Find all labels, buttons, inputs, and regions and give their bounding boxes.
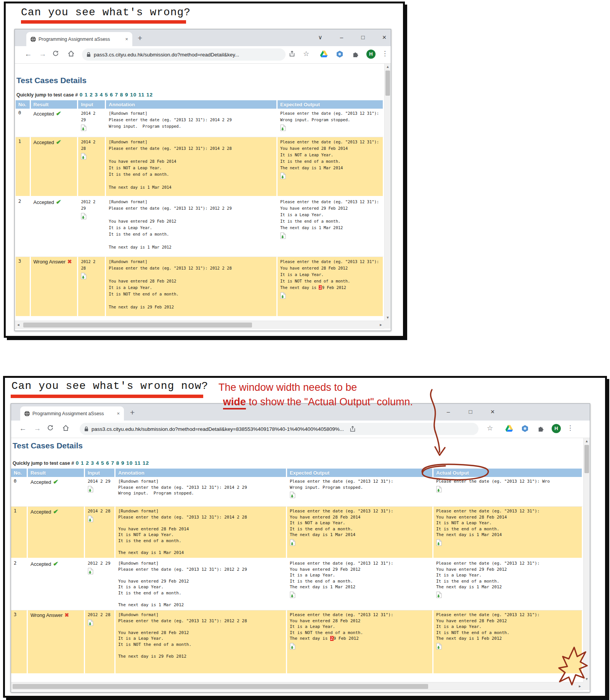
download-file-icon[interactable] xyxy=(88,515,93,522)
actual-cell: Please enter the date (eg. "2013 12 31")… xyxy=(433,507,583,559)
expected-cell: Please enter the date (eg. "2013 12 31")… xyxy=(287,477,433,507)
scroll-left-icon[interactable]: ◄ xyxy=(15,321,22,329)
download-file-icon[interactable] xyxy=(81,213,87,220)
vertical-scrollbar[interactable]: ▲ ▼ xyxy=(384,64,391,321)
extensions-puzzle-icon[interactable] xyxy=(537,425,544,432)
browser-tab[interactable]: Programming Assignment aSsess × xyxy=(26,32,132,46)
vertical-scrollbar[interactable]: ▲ ▼ xyxy=(583,438,590,682)
expected-cell: Please enter the date (eg. "2013 12 31")… xyxy=(278,137,384,197)
table-row: 3 Wrong Answer✖ 2012 2 28 [Rundown forma… xyxy=(16,257,384,317)
tab-title: Programming Assignment aSsess xyxy=(32,411,113,416)
window-close-icon[interactable]: × xyxy=(487,407,498,417)
input-cell: 2012 2 29 xyxy=(78,197,106,257)
bookmark-star-icon[interactable]: ☆ xyxy=(487,424,493,432)
horizontal-scroll-thumb[interactable] xyxy=(13,684,428,689)
download-file-icon[interactable] xyxy=(290,539,295,546)
diff-highlight: 2 xyxy=(330,636,334,641)
col-expected: Expected Output xyxy=(287,469,433,477)
download-file-icon[interactable] xyxy=(280,124,286,131)
download-file-icon[interactable] xyxy=(88,619,93,626)
jump-links[interactable]: 0 1 2 3 4 5 6 7 8 9 10 11 12 xyxy=(80,92,153,98)
reload-icon[interactable] xyxy=(47,424,57,431)
tab-favicon-globe-icon xyxy=(30,36,36,42)
window-minimize-icon[interactable]: – xyxy=(336,32,347,42)
home-icon[interactable] xyxy=(62,424,72,432)
result-cell: Accepted✔ xyxy=(31,197,79,257)
hexagon-extension-icon[interactable] xyxy=(336,50,344,58)
back-icon[interactable]: ← xyxy=(18,424,28,433)
scroll-up-icon[interactable]: ▲ xyxy=(385,64,391,70)
actual-cell: Please enter the date (eg. "2013 12 31")… xyxy=(433,477,583,507)
case-no: 1 xyxy=(16,137,31,197)
download-file-icon[interactable] xyxy=(81,273,87,279)
window-chevron-icon[interactable]: ∨ xyxy=(315,32,326,42)
menu-kebab-icon[interactable]: ⋮ xyxy=(567,424,573,432)
window-maximize-icon[interactable]: □ xyxy=(357,32,369,42)
share-icon[interactable] xyxy=(289,50,295,57)
home-icon[interactable] xyxy=(67,50,77,57)
input-cell: 2014 2 28 xyxy=(78,137,106,197)
test-cases-table: No. Result Input Annotation Expected Out… xyxy=(11,469,583,674)
forward-icon[interactable]: → xyxy=(32,424,42,433)
browser-window-1: Programming Assignment aSsess × + ∨ – □ … xyxy=(14,29,391,331)
drive-extension-icon[interactable] xyxy=(320,50,328,58)
jump-links[interactable]: 0 1 2 3 4 5 6 7 8 9 10 11 12 xyxy=(76,460,149,466)
share-icon[interactable] xyxy=(349,425,356,432)
expected-cell: Please enter the date (eg. "2013 12 31")… xyxy=(278,257,384,317)
menu-kebab-icon[interactable]: ⋮ xyxy=(382,50,388,58)
scroll-down-icon[interactable]: ▼ xyxy=(385,315,391,321)
hexagon-extension-icon[interactable] xyxy=(521,425,529,432)
download-file-icon[interactable] xyxy=(290,491,295,498)
scroll-up-icon[interactable]: ▲ xyxy=(584,438,590,444)
download-file-icon[interactable] xyxy=(436,643,442,650)
input-cell: 2012 2 29 xyxy=(85,559,116,610)
col-annotation: Annotation xyxy=(106,100,278,109)
case-no: 1 xyxy=(11,507,28,559)
download-file-icon[interactable] xyxy=(88,486,93,493)
download-file-icon[interactable] xyxy=(290,643,295,650)
window-minimize-icon[interactable]: – xyxy=(443,407,454,417)
horizontal-scrollbar[interactable]: ◄ ► xyxy=(15,321,384,329)
download-file-icon[interactable] xyxy=(280,292,286,299)
input-cell: 2012 2 28 xyxy=(78,257,106,317)
input-cell: 2012 2 28 xyxy=(85,610,116,674)
result-cell: Accepted✔ xyxy=(31,137,79,197)
address-bar[interactable]: pass3.cs.cityu.edu.hk/submission.do?meth… xyxy=(80,423,478,435)
tab-close-icon[interactable]: × xyxy=(124,36,129,42)
download-file-icon[interactable] xyxy=(280,172,286,179)
profile-avatar[interactable]: H xyxy=(366,50,376,59)
new-tab-button[interactable]: + xyxy=(130,408,135,417)
forward-icon[interactable]: → xyxy=(38,50,48,58)
scroll-right-icon[interactable]: ► xyxy=(377,321,384,329)
annotation-cell: [Rundown format] Please enter the date (… xyxy=(116,559,287,610)
scroll-down-icon[interactable]: ▼ xyxy=(584,676,590,682)
address-bar[interactable]: pass3.cs.cityu.edu.hk/submission.do?meth… xyxy=(82,48,286,61)
slide-panel-top: Can you see what's wrong? Programming As… xyxy=(4,2,405,338)
horizontal-scrollbar[interactable]: ► xyxy=(11,682,583,690)
browser-tab[interactable]: Programming Assignment aSsess × xyxy=(20,406,124,421)
download-file-icon[interactable] xyxy=(81,153,87,160)
drive-extension-icon[interactable] xyxy=(505,425,513,432)
download-file-icon[interactable] xyxy=(436,486,442,493)
window-close-icon[interactable]: × xyxy=(379,32,390,42)
tab-close-icon[interactable]: × xyxy=(116,411,121,416)
profile-avatar[interactable]: H xyxy=(552,424,561,433)
vertical-scroll-thumb[interactable] xyxy=(584,445,589,473)
back-icon[interactable]: ← xyxy=(23,50,33,58)
download-file-icon[interactable] xyxy=(280,232,286,239)
horizontal-scroll-thumb[interactable] xyxy=(23,323,252,328)
extensions-puzzle-icon[interactable] xyxy=(352,50,359,58)
accepted-check-icon: ✔ xyxy=(56,139,61,145)
bookmark-star-icon[interactable]: ☆ xyxy=(303,50,309,58)
jump-links-row: Quickly jump to test case # 0 1 2 3 4 5 … xyxy=(16,91,391,98)
vertical-scroll-thumb[interactable] xyxy=(385,71,390,96)
download-file-icon[interactable] xyxy=(290,591,295,598)
reload-icon[interactable] xyxy=(52,50,62,57)
window-maximize-icon[interactable]: □ xyxy=(465,407,476,417)
download-file-icon[interactable] xyxy=(436,539,442,546)
download-file-icon[interactable] xyxy=(436,591,442,598)
download-file-icon[interactable] xyxy=(81,124,87,131)
scroll-right-icon[interactable]: ► xyxy=(576,682,583,690)
new-tab-button[interactable]: + xyxy=(138,33,142,43)
download-file-icon[interactable] xyxy=(88,568,93,575)
